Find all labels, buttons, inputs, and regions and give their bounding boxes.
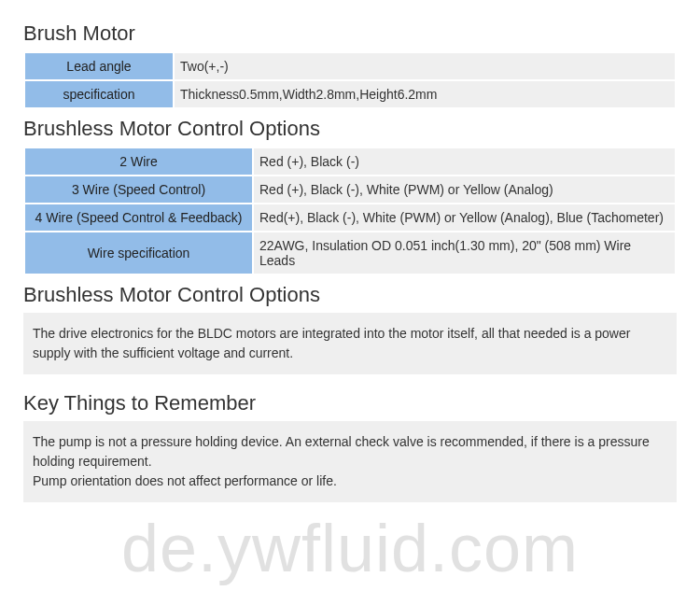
label-cell: 2 Wire <box>24 148 253 176</box>
value-cell: Red(+), Black (-), White (PWM) or Yellow… <box>253 204 676 232</box>
table-row: 3 Wire (Speed Control) Red (+), Black (-… <box>24 176 676 204</box>
value-cell: Red (+), Black (-), White (PWM) or Yello… <box>253 176 676 204</box>
table-row: 4 Wire (Speed Control & Feedback) Red(+)… <box>24 204 676 232</box>
brushless-options-table: 2 Wire Red (+), Black (-) 3 Wire (Speed … <box>23 147 677 275</box>
info-text-line: The pump is not a pressure holding devic… <box>33 432 667 471</box>
table-row: Lead angle Two(+,-) <box>24 52 676 80</box>
label-cell: 4 Wire (Speed Control & Feedback) <box>24 204 253 232</box>
value-cell: Thickness0.5mm,Width2.8mm,Height6.2mm <box>174 80 676 108</box>
value-cell: 22AWG, Insulation OD 0.051 inch(1.30 mm)… <box>253 232 676 274</box>
section-title-brushless-options: Brushless Motor Control Options <box>23 117 677 141</box>
info-text: The drive electronics for the BLDC motor… <box>33 326 630 360</box>
watermark: de.ywfluid.com <box>0 510 700 586</box>
table-row: specification Thickness0.5mm,Width2.8mm,… <box>24 80 676 108</box>
info-box-brushless: The drive electronics for the BLDC motor… <box>23 313 677 374</box>
label-cell: 3 Wire (Speed Control) <box>24 176 253 204</box>
info-text-line: Pump orientation does not affect perform… <box>33 471 667 491</box>
info-box-key-things: The pump is not a pressure holding devic… <box>23 421 677 502</box>
section-title-brush-motor: Brush Motor <box>23 21 677 46</box>
page-content: Brush Motor Lead angle Two(+,-) specific… <box>0 0 700 516</box>
brush-motor-table: Lead angle Two(+,-) specification Thickn… <box>23 51 677 109</box>
section-title-brushless-options-text: Brushless Motor Control Options <box>23 283 677 307</box>
label-cell: Wire specification <box>24 232 253 274</box>
label-cell: specification <box>24 80 174 108</box>
table-row: 2 Wire Red (+), Black (-) <box>24 148 676 176</box>
value-cell: Red (+), Black (-) <box>253 148 676 176</box>
label-cell: Lead angle <box>24 52 174 80</box>
value-cell: Two(+,-) <box>174 52 676 80</box>
section-title-key-things: Key Things to Remember <box>23 391 677 415</box>
table-row: Wire specification 22AWG, Insulation OD … <box>24 232 676 274</box>
